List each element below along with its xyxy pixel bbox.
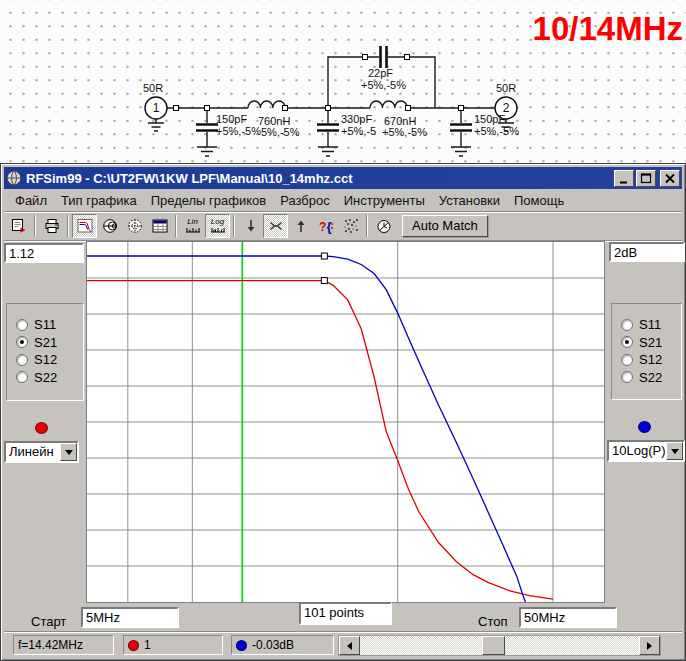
trace-red-linear — [87, 281, 553, 599]
titlebar[interactable]: RFSim99 - C:\UT2FW\1KW LPF\Manual\10_14m… — [4, 167, 682, 189]
schematic-canvas[interactable]: 50R50R150pF+5%,-5%760nH5%,-5%330pF+5%,-5… — [0, 0, 686, 163]
capacitor-150pF-right — [450, 125, 472, 131]
junction-nodes — [174, 55, 464, 111]
schematic-label: +5%,-5% — [361, 79, 406, 91]
right-radio-s12[interactable]: S12 — [612, 351, 681, 369]
tolerance-sweep-button[interactable] — [338, 214, 363, 238]
stop-label: Стоп — [478, 614, 507, 629]
menu-graph-limits[interactable]: Пределы графиков — [144, 191, 274, 210]
scrollbar-thumb[interactable] — [482, 636, 505, 655]
port-number: 1 — [153, 101, 160, 115]
trace-blue-db — [87, 256, 525, 602]
right-format-dropdown[interactable]: 10Log(P) — [607, 440, 685, 462]
statusbar: f=14.42MHz 1 -0.03dB — [4, 631, 682, 658]
inductor-670nH — [370, 101, 407, 108]
red-marker-square — [321, 278, 327, 284]
toolbar: Lin Log ? { — [4, 212, 682, 241]
right-radio-s22[interactable]: S22 — [612, 369, 681, 387]
stop-frequency-input[interactable]: 50MHz — [519, 607, 617, 628]
menu-file[interactable]: Файл — [8, 191, 54, 210]
left-radio-s21[interactable]: S21 — [7, 334, 83, 352]
radio-checked-icon[interactable] — [621, 336, 633, 348]
schematic-label: 22pF — [368, 67, 393, 79]
toolbar-separator — [233, 215, 235, 237]
clock-button[interactable] — [371, 214, 396, 238]
capacitor-330pF — [317, 125, 339, 131]
schematic-label: 50R — [496, 82, 516, 94]
close-button[interactable] — [660, 170, 680, 187]
radio-icon[interactable] — [621, 319, 633, 331]
component-query-button[interactable]: ? { — [313, 214, 338, 238]
left-format-dropdown[interactable]: Линейн — [4, 441, 79, 463]
menubar: Файл Тип графика Пределы графиков Разбро… — [4, 189, 682, 212]
svg-text:?: ? — [319, 219, 326, 233]
svg-text:{: { — [326, 219, 331, 234]
marker-up-button[interactable] — [288, 214, 313, 238]
minimize-button[interactable] — [614, 170, 634, 187]
right-radio-s21[interactable]: S21 — [612, 334, 681, 352]
chevron-down-icon[interactable] — [666, 442, 683, 460]
left-scale-value-field[interactable]: 1.12 — [4, 243, 84, 263]
scroll-left-button[interactable] — [339, 636, 360, 655]
marker-down-button[interactable] — [238, 214, 263, 238]
schematic-label: +5%,-5% — [474, 125, 519, 137]
band-title: 10/14MHz — [533, 10, 683, 48]
schematic-label: +5%,-5% — [382, 126, 427, 138]
left-radio-s11[interactable]: S11 — [7, 316, 83, 334]
marker-scrollbar[interactable] — [338, 635, 661, 656]
component-labels: 50R50R150pF+5%,-5%760nH5%,-5%330pF+5%,-5… — [143, 67, 519, 138]
red-dot-icon — [128, 640, 139, 651]
start-label: Старт — [31, 614, 66, 629]
inductor-760nH — [248, 101, 285, 108]
menu-settings[interactable]: Установки — [432, 191, 507, 210]
blue-dot-icon — [236, 640, 247, 651]
s-parameter-graph[interactable] — [86, 241, 605, 603]
rectangular-graph-button[interactable] — [72, 214, 97, 238]
port-number: 2 — [503, 101, 510, 115]
radio-icon[interactable] — [16, 354, 28, 366]
toolbar-separator — [175, 215, 177, 237]
scroll-right-button[interactable] — [639, 636, 660, 655]
schematic-label: 150pF — [216, 113, 247, 125]
schematic-label: 5%,-5% — [261, 126, 300, 138]
left-radio-s22[interactable]: S22 — [7, 369, 83, 387]
radio-icon[interactable] — [16, 371, 28, 383]
log-label: Log — [211, 218, 224, 226]
table-view-button[interactable] — [147, 214, 172, 238]
points-field[interactable]: 101 points — [299, 602, 392, 625]
print-button[interactable] — [39, 214, 64, 238]
marker-center-button[interactable] — [263, 214, 288, 238]
auto-match-button[interactable]: Auto Match — [402, 215, 488, 237]
lin-label: Lin — [187, 218, 198, 226]
schematic-label: 50R — [143, 82, 163, 94]
save-button[interactable] — [6, 214, 31, 238]
left-radio-s12[interactable]: S12 — [7, 351, 83, 369]
schematic-label: +5%,-5% — [216, 125, 261, 137]
capacitor-22pF — [381, 46, 387, 68]
maximize-button[interactable] — [636, 170, 656, 187]
blue-trace-indicator — [638, 421, 651, 433]
right-scale-value-field[interactable]: 2dB — [609, 242, 685, 262]
schematic-label: 150pF — [474, 113, 505, 125]
chevron-down-icon[interactable] — [60, 443, 77, 461]
menu-graph-type[interactable]: Тип графика — [54, 191, 144, 210]
polar-chart-button[interactable] — [122, 214, 147, 238]
menu-tools[interactable]: Инструменты — [337, 191, 432, 210]
radio-icon[interactable] — [621, 354, 633, 366]
linear-scale-button[interactable]: Lin — [180, 214, 205, 238]
radio-icon[interactable] — [16, 319, 28, 331]
right-sparam-group: S11 S21 S12 S22 — [611, 303, 682, 400]
radio-icon[interactable] — [621, 371, 633, 383]
start-frequency-input[interactable]: 5MHz — [81, 607, 179, 628]
main-area: 1.12 S11 S21 S12 S22 Линейн 2dB S11 S21 … — [4, 241, 682, 631]
menu-spread[interactable]: Разброс — [273, 191, 337, 210]
window-title: RFSim99 - C:\UT2FW\1KW LPF\Manual\10_14m… — [26, 171, 353, 186]
log-scale-button[interactable]: Log — [205, 214, 230, 238]
screen: 50R50R150pF+5%,-5%760nH5%,-5%330pF+5%,-5… — [0, 0, 686, 661]
menu-help[interactable]: Помощь — [507, 191, 571, 210]
blue-marker-cell: -0.03dB — [231, 635, 334, 655]
smith-chart-button[interactable] — [97, 214, 122, 238]
right-radio-s11[interactable]: S11 — [612, 316, 681, 334]
radio-checked-icon[interactable] — [16, 336, 28, 348]
marker-frequency-cell: f=14.42MHz — [13, 635, 114, 655]
